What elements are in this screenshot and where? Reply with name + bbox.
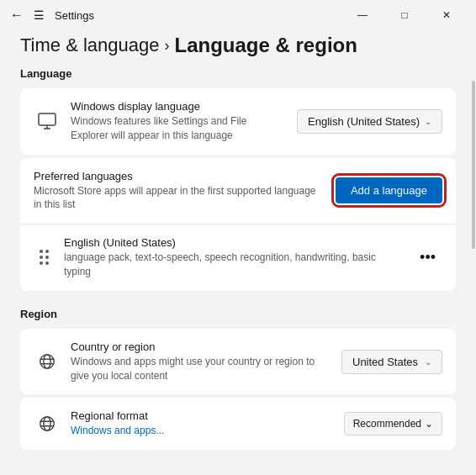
monitor-icon (34, 108, 61, 135)
breadcrumb-separator: › (165, 37, 170, 55)
minimize-button[interactable]: — (343, 3, 382, 28)
windows-display-language-text: Windows display language Windows feature… (71, 100, 287, 143)
windows-display-language-value: English (United States) (308, 115, 420, 128)
regional-format-card: Regional format Windows and apps... Reco… (20, 398, 456, 450)
back-button[interactable]: ← (10, 8, 24, 23)
language-section-heading: Language (20, 67, 456, 80)
scrollbar-thumb[interactable] (472, 81, 475, 249)
main-content: Language Windows display language Window… (0, 64, 476, 465)
country-region-control[interactable]: United States ⌄ (341, 350, 442, 374)
country-region-title: Country or region (71, 340, 331, 353)
title-bar: ← ☰ Settings — □ ✕ (0, 0, 476, 30)
country-region-dropdown[interactable]: United States ⌄ (341, 350, 442, 374)
english-us-row: English (United States) language pack, t… (20, 224, 456, 291)
maximize-button[interactable]: □ (385, 3, 424, 28)
regional-format-arrow-icon: ⌄ (425, 418, 433, 430)
svg-point-8 (44, 417, 50, 431)
regional-format-row: Regional format Windows and apps... Reco… (20, 398, 456, 450)
globe-icon (34, 348, 61, 375)
preferred-languages-title: Preferred languages (34, 170, 325, 182)
add-language-button[interactable]: Add a language (336, 177, 442, 203)
country-region-value: United States (352, 356, 418, 368)
regional-format-dropdown[interactable]: Recommended ⌄ (344, 412, 442, 435)
drag-handle-icon (34, 250, 54, 265)
regional-format-icon (34, 410, 61, 437)
english-us-menu-button[interactable]: ••• (413, 245, 442, 270)
scrollbar[interactable] (471, 30, 476, 475)
windows-display-language-title: Windows display language (71, 100, 287, 113)
regional-format-desc: Windows and apps... (71, 424, 334, 438)
svg-rect-0 (39, 113, 56, 125)
windows-display-language-dropdown[interactable]: English (United States) ⌄ (297, 109, 442, 134)
region-section-heading: Region (20, 308, 456, 320)
country-region-text: Country or region Windows and apps might… (71, 340, 331, 383)
close-button[interactable]: ✕ (427, 3, 466, 28)
windows-display-language-control[interactable]: English (United States) ⌄ (297, 109, 442, 134)
preferred-languages-text: Preferred languages Microsoft Store apps… (34, 170, 325, 213)
window-title: Settings (55, 9, 94, 22)
country-region-desc: Windows and apps might use your country … (71, 355, 331, 383)
svg-point-3 (40, 355, 55, 369)
title-bar-left: ← ☰ Settings (10, 8, 94, 23)
breadcrumb-current: Language & region (175, 34, 357, 57)
svg-point-4 (44, 355, 50, 369)
regional-format-title: Regional format (71, 409, 334, 422)
breadcrumb-parent[interactable]: Time & language (20, 34, 160, 56)
country-dropdown-arrow-icon: ⌄ (425, 357, 431, 367)
regional-format-text: Regional format Windows and apps... (71, 409, 334, 438)
english-us-desc: language pack, text-to-speech, speech re… (64, 251, 403, 279)
preferred-languages-row: Preferred languages Microsoft Store apps… (20, 158, 456, 224)
region-section: Region Country or region Windows and app… (20, 308, 456, 450)
windows-display-language-desc: Windows features like Settings and File … (71, 114, 287, 143)
svg-point-7 (40, 417, 55, 431)
english-us-title: English (United States) (64, 236, 403, 249)
preferred-languages-card: Preferred languages Microsoft Store apps… (20, 158, 456, 291)
hamburger-icon[interactable]: ☰ (34, 8, 45, 22)
window-controls: — □ ✕ (343, 3, 466, 28)
regional-format-value: Recommended (353, 418, 421, 430)
english-us-text: English (United States) language pack, t… (64, 236, 403, 279)
add-language-control: Add a language (336, 177, 442, 203)
windows-display-language-row: Windows display language Windows feature… (20, 88, 456, 155)
country-region-card: Country or region Windows and apps might… (20, 329, 456, 395)
dropdown-arrow-icon: ⌄ (425, 117, 431, 126)
country-region-row: Country or region Windows and apps might… (20, 329, 456, 395)
windows-display-language-card: Windows display language Windows feature… (20, 88, 456, 155)
preferred-languages-desc: Microsoft Store apps will appear in the … (34, 184, 325, 213)
regional-format-control[interactable]: Recommended ⌄ (344, 412, 442, 435)
breadcrumb: Time & language › Language & region (0, 30, 476, 64)
